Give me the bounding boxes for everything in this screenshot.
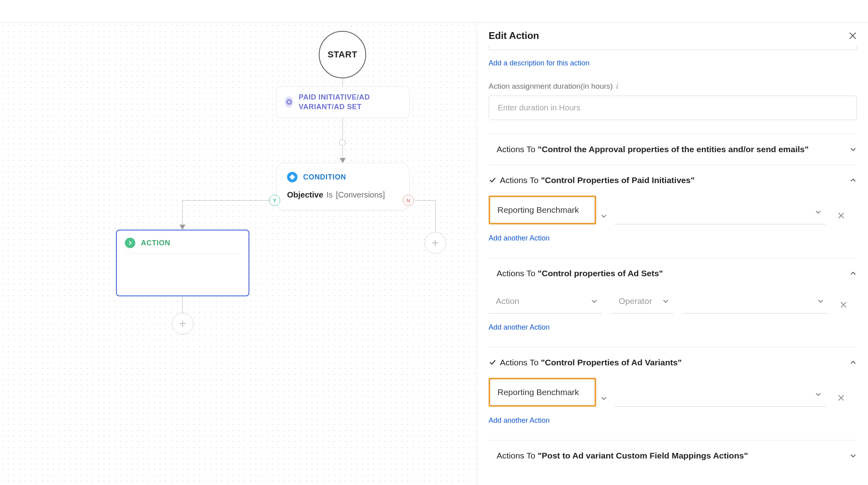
start-node[interactable]: START bbox=[319, 31, 366, 78]
condition-label: CONDITION bbox=[303, 173, 346, 181]
chevron-down-icon bbox=[600, 212, 607, 220]
connector bbox=[182, 200, 183, 227]
action-select-paid[interactable]: Reporting Benchmark bbox=[489, 196, 596, 224]
action-node[interactable]: ACTION bbox=[116, 230, 249, 296]
section-title: "Control properties of Ad Sets" bbox=[538, 269, 663, 278]
chevron-up-icon bbox=[850, 359, 857, 366]
add-another-action-link[interactable]: Add another Action bbox=[489, 323, 857, 332]
actions-to-prefix: Actions To bbox=[497, 451, 538, 460]
connector bbox=[435, 200, 436, 232]
actions-to-prefix: Actions To bbox=[497, 269, 538, 278]
condition-value: [Conversions] bbox=[336, 190, 385, 200]
arrow-down-icon bbox=[179, 224, 185, 230]
value-select-variants[interactable] bbox=[615, 382, 826, 407]
actions-to-prefix: Actions To bbox=[500, 175, 541, 185]
section-approval[interactable]: Actions To "Control the Approval propert… bbox=[489, 134, 857, 165]
info-icon[interactable]: i bbox=[616, 82, 618, 91]
chevron-down-icon bbox=[591, 298, 598, 305]
add-branch-button[interactable] bbox=[424, 232, 446, 254]
action-select-value: Reporting Benchmark bbox=[497, 387, 579, 397]
operator-select-adsets[interactable]: Operator bbox=[611, 289, 673, 314]
remove-row-button[interactable] bbox=[838, 212, 844, 224]
action-select-variants[interactable]: Reporting Benchmark bbox=[489, 378, 596, 407]
check-icon bbox=[489, 177, 497, 183]
duration-label: Action assignment duration(in hours) bbox=[489, 82, 613, 91]
condition-operator: Is bbox=[326, 190, 333, 200]
entity-node[interactable]: PAID INITIATIVE/AD VARIANT/AD SET bbox=[276, 86, 410, 118]
entity-icon bbox=[285, 96, 293, 108]
connector bbox=[415, 200, 436, 201]
chevron-up-icon bbox=[850, 177, 857, 184]
no-badge: N bbox=[403, 195, 414, 206]
actions-to-prefix: Actions To bbox=[497, 145, 538, 154]
chevron-down-icon bbox=[850, 146, 857, 153]
panel-title: Edit Action bbox=[489, 30, 539, 41]
condition-attribute: Objective bbox=[287, 190, 323, 200]
action-placeholder: Action bbox=[496, 296, 519, 306]
chevron-down-icon bbox=[815, 391, 822, 398]
section-title: "Control Properties of Paid Initiatives" bbox=[541, 175, 695, 185]
section-title: "Post to Ad variant Custom Field Mapping… bbox=[538, 451, 748, 460]
connector bbox=[183, 200, 269, 201]
value-select-paid[interactable] bbox=[615, 200, 826, 224]
action-icon bbox=[125, 238, 135, 248]
check-icon bbox=[489, 359, 497, 366]
connector bbox=[182, 297, 183, 313]
actions-to-prefix: Actions To bbox=[500, 358, 541, 367]
section-ad-sets[interactable]: Actions To "Control properties of Ad Set… bbox=[489, 258, 857, 289]
duration-input[interactable] bbox=[489, 96, 857, 120]
section-ad-variants[interactable]: Actions To "Control Properties of Ad Var… bbox=[489, 347, 857, 378]
svg-rect-1 bbox=[288, 101, 290, 103]
add-description-link[interactable]: Add a description for this action bbox=[489, 59, 589, 67]
remove-row-button[interactable] bbox=[838, 395, 844, 407]
section-title: "Control the Approval properties of the … bbox=[538, 145, 809, 154]
condition-node[interactable]: CONDITION Objective Is [Conversions] bbox=[276, 163, 410, 210]
chevron-down-icon bbox=[600, 395, 607, 402]
start-label: START bbox=[328, 49, 357, 60]
add-another-action-link[interactable]: Add another Action bbox=[489, 234, 857, 243]
section-title: "Control Properties of Ad Variants" bbox=[541, 358, 682, 367]
entity-label: PAID INITIATIVE/AD VARIANT/AD SET bbox=[299, 92, 401, 112]
flow-canvas: START PAID INITIATIVE/AD VARIANT/AD SET … bbox=[0, 23, 477, 485]
svg-point-2 bbox=[127, 240, 133, 246]
action-select-adsets[interactable]: Action bbox=[489, 289, 602, 314]
action-label: ACTION bbox=[141, 239, 170, 247]
chevron-down-icon bbox=[662, 298, 669, 305]
name-input-bottom[interactable] bbox=[489, 46, 857, 50]
connector-dot bbox=[339, 139, 346, 146]
side-panel: Edit Action Add a description for this a… bbox=[477, 23, 868, 485]
add-step-button[interactable] bbox=[172, 313, 194, 334]
condition-icon bbox=[287, 172, 297, 182]
chevron-up-icon bbox=[850, 270, 857, 277]
app-container: START PAID INITIATIVE/AD VARIANT/AD SET … bbox=[0, 23, 868, 485]
add-another-action-link[interactable]: Add another Action bbox=[489, 416, 857, 425]
action-select-value: Reporting Benchmark bbox=[497, 205, 579, 215]
section-post-mappings[interactable]: Actions To "Post to Ad variant Custom Fi… bbox=[489, 440, 857, 471]
topbar bbox=[0, 0, 868, 23]
chevron-down-icon bbox=[815, 208, 822, 216]
connector bbox=[342, 78, 343, 86]
chevron-down-icon bbox=[850, 452, 857, 459]
yes-badge: Y bbox=[269, 195, 280, 206]
value-select-adsets[interactable] bbox=[683, 289, 828, 314]
close-button[interactable] bbox=[849, 32, 857, 40]
operator-placeholder: Operator bbox=[619, 296, 652, 306]
section-paid-initiatives[interactable]: Actions To "Control Properties of Paid I… bbox=[489, 165, 857, 196]
chevron-down-icon bbox=[817, 298, 824, 305]
remove-row-button[interactable] bbox=[840, 302, 847, 314]
